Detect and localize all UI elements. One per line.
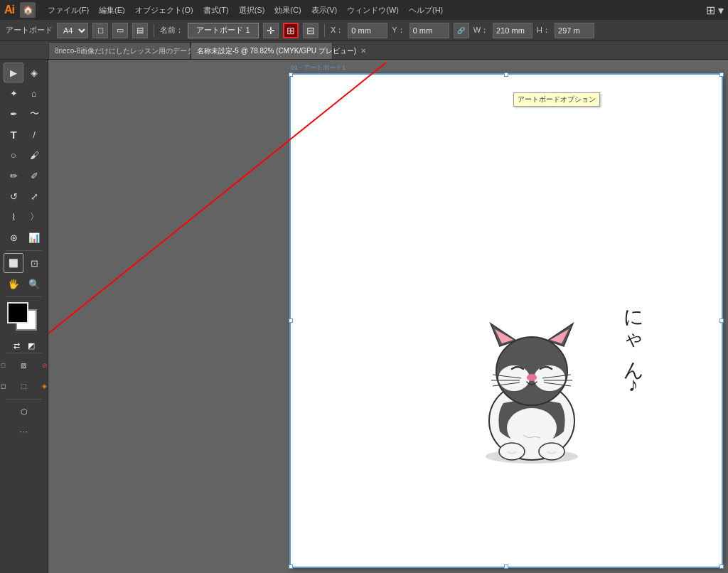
artboard-landscape-btn[interactable]: ▭ [112, 23, 128, 38]
menu-view[interactable]: 表示(V) [306, 2, 343, 18]
handle-bot-left[interactable] [289, 564, 293, 569]
tool-rotate[interactable]: ↺ [4, 186, 23, 206]
artboard-portrait-btn[interactable]: ◻ [92, 23, 108, 38]
y-label: Y： [392, 25, 405, 36]
separator [154, 24, 154, 37]
handle-top-mid[interactable] [504, 73, 508, 77]
handle-mid-right[interactable] [719, 318, 724, 323]
tool-lasso[interactable]: ⌂ [24, 83, 44, 103]
main-layout: ▶ ◈ ✦ ⌂ ✒ 〜 T / ○ 🖌 ✏ ✐ ↺ ⤢ ⌇ 〉 [0, 60, 728, 573]
tool-normal-fill[interactable]: □ [0, 355, 14, 375]
tool-perspective-grid[interactable]: ⬡ [14, 402, 34, 422]
tool-more[interactable]: ··· [14, 422, 34, 441]
artboard-grid-btn[interactable]: ⊟ [303, 23, 318, 38]
tool-shaper[interactable]: ✐ [24, 166, 44, 186]
handle-top-right[interactable] [719, 73, 724, 77]
tool-zoom[interactable]: 🔍 [24, 274, 44, 294]
tool-symbol-spray[interactable]: ⊛ [4, 227, 23, 247]
swap-colors-icon[interactable]: ⇄ [11, 341, 23, 350]
tool-artboard[interactable]: ⬜ [4, 253, 23, 273]
tool-row-artboard: ⬜ ⊡ [0, 253, 48, 273]
grid-icon[interactable]: ⊞ ▾ [706, 4, 724, 17]
cat-svg [461, 289, 603, 467]
tool-warp[interactable]: ⌇ [4, 207, 23, 227]
tool-row-shape: ○ 🖌 [0, 145, 48, 165]
tool-hand[interactable]: 🖐 [4, 274, 23, 294]
handle-bot-mid[interactable] [504, 564, 508, 569]
tool-draw-inside[interactable]: ◈ [35, 376, 49, 396]
default-colors-icon[interactable]: ◩ [25, 341, 38, 350]
menu-bar: Ai 🏠 ファイル(F) 編集(E) オブジェクト(O) 書式(T) 選択(S)… [0, 0, 728, 20]
handle-bot-right[interactable] [719, 564, 724, 569]
move-icon-btn[interactable]: ✛ [263, 23, 279, 38]
tab-1-close[interactable]: ✕ [360, 47, 366, 55]
h-label: H： [537, 25, 550, 36]
handle-top-left[interactable] [289, 73, 293, 77]
tool-gradient-fill[interactable]: ▨ [14, 355, 34, 375]
control-bar: アートボード A4 ◻ ▭ ▤ 名前： ✛ ⊞ ⊟ X： Y： 🔗 W： H： [0, 20, 728, 41]
svg-point-6 [534, 365, 565, 391]
menu-object[interactable]: オブジェクト(O) [130, 2, 198, 18]
artboard-name-input[interactable] [188, 23, 259, 38]
tool-sep2 [6, 296, 42, 297]
tab-1[interactable]: 名称未設定-5 @ 78.82% (CMYK/GPU プレビュー) ✕ [191, 42, 333, 59]
artboard-options-icon: ⊞ [287, 25, 295, 36]
tool-pen[interactable]: ✒ [4, 104, 23, 124]
svg-point-7 [527, 374, 537, 381]
tool-curvature[interactable]: 〜 [24, 104, 44, 124]
tool-sep3 [6, 353, 42, 353]
y-input[interactable] [410, 23, 449, 38]
tool-direct-selection[interactable]: ◈ [24, 63, 44, 82]
menu-file[interactable]: ファイル(F) [43, 2, 94, 18]
tool-pencil[interactable]: ✏ [4, 166, 23, 186]
menu-type[interactable]: 書式(T) [198, 2, 234, 18]
svg-point-3 [507, 408, 557, 448]
tool-sep4 [6, 399, 42, 400]
w-input[interactable] [493, 23, 532, 38]
tool-row-type: T / [0, 124, 48, 144]
h-input[interactable] [555, 23, 594, 38]
x-label: X： [331, 25, 343, 36]
tool-line[interactable]: / [24, 124, 44, 144]
separator2 [324, 24, 325, 37]
artboard-extra-btn[interactable]: ▤ [132, 23, 148, 38]
menu-help[interactable]: ヘルプ(H) [404, 2, 448, 18]
tabs-bar: 8neco-8画像だけにしたレッスン用のデータ.ai @ 48.56% (RGB… [0, 41, 728, 60]
chain-link-btn[interactable]: 🔗 [454, 23, 469, 38]
menu-window[interactable]: ウィンドウ(W) [342, 2, 404, 18]
tool-row-symbol: ⊛ 📊 [0, 227, 48, 247]
tool-draw-behind[interactable]: ⬚ [14, 376, 34, 396]
tool-draw-normal[interactable]: ◻ [0, 376, 14, 396]
artboard-options-btn[interactable]: ⊞ [283, 23, 299, 38]
menu-effect[interactable]: 効果(C) [269, 2, 306, 18]
tool-row-fill-mode: □ ▨ ⊘ [0, 355, 48, 375]
tool-no-fill[interactable]: ⊘ [35, 355, 49, 375]
tab-1-label: 名称未設定-5 @ 78.82% (CMYK/GPU プレビュー) [197, 46, 356, 56]
artboard[interactable]: 01 - アートボード1 [290, 74, 722, 567]
tool-type[interactable]: T [4, 124, 23, 144]
cat-illustration: にゃん♪ [446, 254, 646, 510]
tool-separator [6, 250, 42, 251]
w-label: W： [473, 25, 488, 36]
canvas-area[interactable]: アートボードオプション 01 - アートボード1 [48, 60, 728, 573]
tool-row-hand: 🖐 🔍 [0, 274, 48, 294]
tool-slice[interactable]: ⊡ [24, 253, 44, 273]
handle-mid-left[interactable] [289, 318, 293, 323]
home-button[interactable]: 🏠 [20, 2, 36, 18]
tool-column-graph[interactable]: 📊 [24, 227, 44, 247]
tab-0[interactable]: 8neco-8画像だけにしたレッスン用のデータ.ai @ 48.56% (RGB… [48, 42, 191, 59]
tool-scale[interactable]: ⤢ [24, 186, 44, 206]
artboard-size-select[interactable]: A4 [57, 23, 88, 38]
tool-selection[interactable]: ▶ [4, 63, 23, 82]
foreground-color-box[interactable] [7, 302, 28, 323]
tool-paintbrush[interactable]: 🖌 [24, 145, 44, 165]
tool-width[interactable]: 〉 [24, 207, 44, 227]
x-input[interactable] [348, 23, 387, 38]
tool-ellipse[interactable]: ○ [4, 145, 23, 165]
tool-row-rotate: ↺ ⤢ [0, 186, 48, 206]
menu-select[interactable]: 選択(S) [234, 2, 270, 18]
toolbar: ▶ ◈ ✦ ⌂ ✒ 〜 T / ○ 🖌 ✏ ✐ ↺ ⤢ ⌇ 〉 [0, 60, 48, 573]
menu-edit[interactable]: 編集(E) [94, 2, 130, 18]
tool-magic-wand[interactable]: ✦ [4, 83, 23, 103]
name-label: 名前： [160, 25, 183, 36]
